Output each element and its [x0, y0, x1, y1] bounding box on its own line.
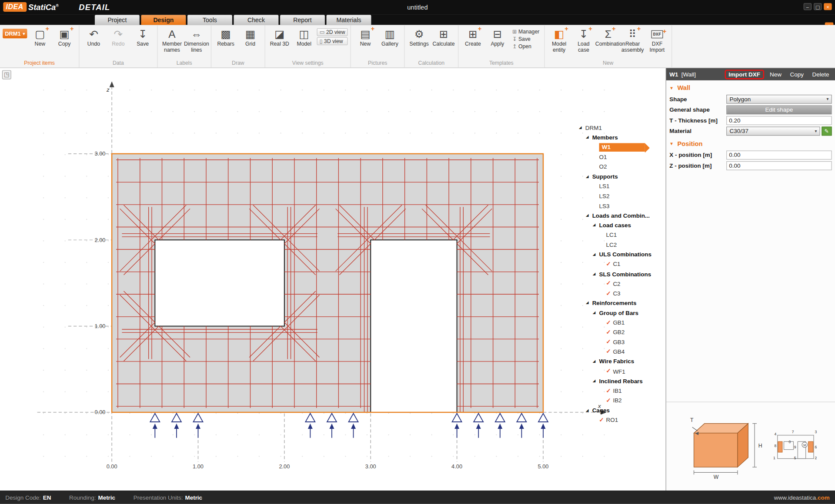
- fit-view-button[interactable]: ◳: [2, 70, 11, 80]
- tab-project[interactable]: Project: [95, 15, 140, 25]
- tree-expander-icon[interactable]: ◢: [593, 311, 599, 315]
- ribbon-button-grid[interactable]: ▦Grid: [239, 26, 262, 47]
- tree-item-loads-and-combin[interactable]: ◢Loads and Combin...: [578, 210, 664, 220]
- checkmark-icon[interactable]: ✓: [599, 416, 606, 423]
- checkmark-icon[interactable]: ✓: [606, 387, 613, 394]
- canvas-area[interactable]: ◳ zx0.001.002.003.004.005.000.001.002.00…: [0, 68, 666, 491]
- tree-expander-icon[interactable]: ◢: [593, 379, 599, 383]
- ribbon-button-new[interactable]: ▢New: [28, 26, 52, 47]
- tree-item-c2[interactable]: ✓C2: [578, 279, 664, 288]
- tree-item-inclined-rebars[interactable]: ◢Inclined Rebars: [578, 376, 664, 385]
- ribbon-button-real-3d[interactable]: ◪Real 3D: [268, 26, 291, 47]
- tree-item-ib2[interactable]: ✓IB2: [578, 395, 664, 405]
- ribbon-button-calculate[interactable]: ⊞Calculate: [432, 26, 455, 47]
- shape-dropdown[interactable]: Polygon ▾: [726, 94, 832, 103]
- checkmark-icon[interactable]: ✓: [606, 261, 613, 268]
- ribbon-button-model[interactable]: ◫Model: [292, 26, 316, 47]
- tree-item-members[interactable]: ◢Members: [578, 133, 664, 142]
- close-button[interactable]: ×: [824, 3, 832, 10]
- tree-item-o1[interactable]: O1: [578, 152, 664, 162]
- tree-item-gb1[interactable]: ✓GB1: [578, 318, 664, 327]
- ribbon-button-2d-view[interactable]: ▭2D view: [317, 28, 348, 36]
- checkmark-icon[interactable]: ✓: [606, 368, 613, 375]
- ribbon-button-combination[interactable]: ΣCombination: [596, 26, 620, 47]
- ribbon-button-dxf-import[interactable]: DXFDXF Import: [645, 26, 669, 53]
- ribbon-button-undo[interactable]: ↶Undo: [82, 26, 106, 47]
- tree-item-sls-combinations[interactable]: ◢SLS Combinations: [578, 269, 664, 279]
- ribbon-button-dimension-lines[interactable]: ⇔Dimension lines: [185, 26, 208, 53]
- ribbon-button-settings[interactable]: ⚙Settings: [407, 26, 431, 47]
- tab-check[interactable]: Check: [234, 15, 279, 25]
- ribbon-button-load-case[interactable]: ↧Load case: [572, 26, 595, 53]
- active-project-item-selector[interactable]: DRM1▾: [3, 29, 27, 38]
- edit-shape-button[interactable]: Edit shape: [726, 105, 832, 114]
- tree-expander-icon[interactable]: ◢: [593, 223, 599, 227]
- minimize-button[interactable]: –: [804, 3, 812, 10]
- tree-item-uls-combinations[interactable]: ◢ULS Combinations: [578, 249, 664, 259]
- tree-item-drm1[interactable]: ◢DRM1: [578, 123, 664, 133]
- tree-expander-icon[interactable]: ◢: [586, 408, 592, 412]
- material-dropdown[interactable]: C30/37 ▾: [726, 126, 820, 136]
- ribbon-button-apply[interactable]: ⊟Apply: [486, 26, 509, 47]
- ribbon-button-member-names[interactable]: AMember names: [160, 26, 184, 53]
- tree-item-lc1[interactable]: LC1: [578, 230, 664, 239]
- checkmark-icon[interactable]: ✓: [606, 280, 613, 287]
- ribbon-button-save[interactable]: ↧Save: [510, 36, 541, 43]
- tree-expander-icon[interactable]: ◢: [586, 301, 592, 305]
- edit-material-button[interactable]: ✎: [822, 126, 832, 136]
- copy-wall-button[interactable]: Copy: [787, 70, 806, 78]
- thickness-input[interactable]: 0.20: [726, 116, 832, 125]
- tree-expander-icon[interactable]: ◢: [593, 359, 599, 364]
- checkmark-icon[interactable]: ✓: [606, 290, 613, 297]
- ribbon-button-rebar-assembly[interactable]: ⠿Rebar assembly: [621, 26, 645, 53]
- tree-item-cages[interactable]: ◢Cages: [578, 405, 664, 415]
- tree-item-wire-fabrics[interactable]: ◢Wire Fabrics: [578, 357, 664, 366]
- checkmark-icon[interactable]: ✓: [606, 329, 613, 336]
- position-section-header[interactable]: ▼ Position: [666, 136, 835, 149]
- website-link[interactable]: www.ideastatica.com: [774, 494, 830, 501]
- tree-item-load-cases[interactable]: ◢Load cases: [578, 220, 664, 230]
- tree-item-gb2[interactable]: ✓GB2: [578, 327, 664, 337]
- new-wall-button[interactable]: New: [767, 70, 784, 78]
- tree-item-w1[interactable]: W1: [578, 143, 664, 152]
- tree-item-ib1[interactable]: ✓IB1: [578, 386, 664, 395]
- tree-item-ls1[interactable]: LS1: [578, 181, 664, 191]
- ribbon-button-save[interactable]: ↧Save: [131, 26, 154, 47]
- ribbon-button-model-entity[interactable]: ◧Model entity: [548, 26, 571, 53]
- tree-item-supports[interactable]: ◢Supports: [578, 172, 664, 181]
- ribbon-button-create[interactable]: ⊞Create: [461, 26, 484, 47]
- checkmark-icon[interactable]: ✓: [606, 338, 613, 345]
- checkmark-icon[interactable]: ✓: [606, 319, 613, 326]
- ribbon-button-3d-view[interactable]: ▯3D view: [317, 37, 348, 45]
- tree-item-gb3[interactable]: ✓GB3: [578, 337, 664, 347]
- x-position-input[interactable]: 0.00: [726, 150, 832, 159]
- ribbon-button-open[interactable]: ↥Open: [510, 43, 541, 50]
- ribbon-button-new[interactable]: ▤New: [354, 26, 377, 47]
- tree-expander-icon[interactable]: ◢: [586, 213, 592, 218]
- ribbon-button-gallery[interactable]: ▥Gallery: [378, 26, 401, 47]
- tree-item-ro1[interactable]: ✓RO1: [578, 415, 664, 424]
- tree-item-c3[interactable]: ✓C3: [578, 288, 664, 298]
- tree-item-lc2[interactable]: LC2: [578, 240, 664, 249]
- delete-wall-button[interactable]: Delete: [809, 70, 832, 78]
- tree-item-ls3[interactable]: LS3: [578, 201, 664, 210]
- tab-tools[interactable]: Tools: [187, 15, 232, 25]
- wall-section-header[interactable]: ▼ Wall: [666, 80, 835, 94]
- tree-expander-icon[interactable]: ◢: [593, 272, 599, 276]
- tab-materials[interactable]: Materials: [327, 15, 371, 25]
- tree-item-wf1[interactable]: ✓WF1: [578, 366, 664, 376]
- tree-item-gb4[interactable]: ✓GB4: [578, 347, 664, 356]
- checkmark-icon[interactable]: ✓: [606, 397, 613, 404]
- tree-expander-icon[interactable]: ◢: [593, 252, 599, 256]
- maximize-button[interactable]: ▢: [814, 3, 822, 10]
- import-dxf-button[interactable]: Import DXF: [725, 70, 764, 79]
- tree-item-o2[interactable]: O2: [578, 162, 664, 171]
- tab-design[interactable]: Design: [141, 15, 186, 25]
- tree-item-group-of-bars[interactable]: ◢Group of Bars: [578, 308, 664, 318]
- ribbon-button-rebars[interactable]: ▩Rebars: [214, 26, 237, 47]
- tab-report[interactable]: Report: [280, 15, 325, 25]
- z-position-input[interactable]: 0.00: [726, 161, 832, 170]
- checkmark-icon[interactable]: ✓: [606, 348, 613, 355]
- tree-item-ls2[interactable]: LS2: [578, 191, 664, 201]
- tree-expander-icon[interactable]: ◢: [586, 174, 592, 179]
